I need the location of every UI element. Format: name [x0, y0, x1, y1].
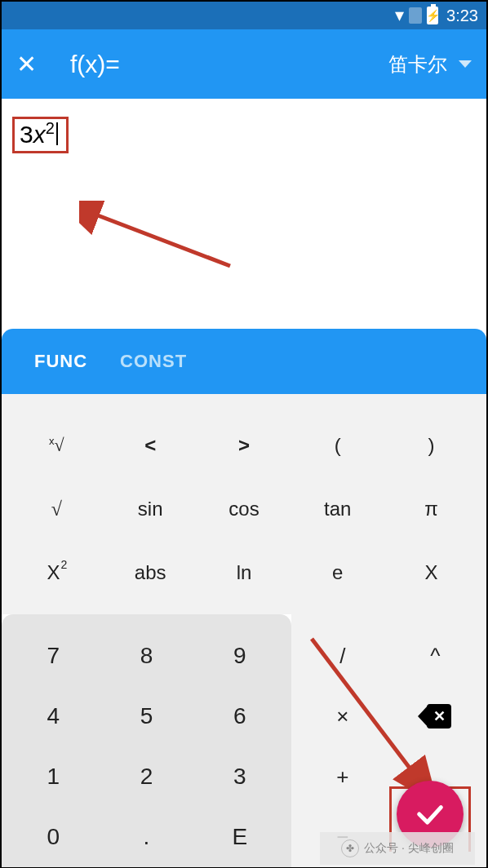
key-x-squared[interactable]: X2: [10, 541, 104, 604]
key-power[interactable]: ^: [389, 626, 482, 686]
watermark-text: 公众号 · 尖峰创圈: [364, 841, 454, 856]
key-1[interactable]: 1: [7, 746, 100, 807]
key-divide[interactable]: /: [296, 626, 389, 686]
key-3[interactable]: 3: [193, 746, 286, 807]
key-plus[interactable]: +: [296, 746, 389, 807]
expression-exponent: 2: [46, 119, 55, 137]
key-nth-root[interactable]: x√: [10, 414, 104, 477]
key-exponent-e[interactable]: E: [193, 807, 286, 867]
key-8[interactable]: 8: [100, 626, 193, 686]
function-keypad: x√ < > ( ) √ sin cos tan π X2 abs ln e X: [2, 394, 486, 614]
key-0[interactable]: 0: [7, 807, 100, 867]
coordinate-system-dropdown[interactable]: 笛卡尔: [388, 51, 472, 78]
keypad-tabs: FUNC CONST: [2, 329, 486, 394]
key-right-angle[interactable]: >: [197, 414, 291, 477]
key-variable-x[interactable]: X: [384, 541, 478, 604]
tab-func[interactable]: FUNC: [34, 351, 87, 372]
key-close-paren[interactable]: ): [384, 414, 478, 477]
app-header: ✕ f(x)= 笛卡尔: [2, 29, 486, 99]
annotation-arrow-1: [79, 201, 234, 274]
key-cos[interactable]: cos: [197, 477, 291, 541]
text-cursor: [56, 122, 58, 145]
expression-canvas[interactable]: 3x2: [2, 99, 486, 329]
expression-variable: x: [33, 121, 46, 148]
status-bar: ▾ ⚡ 3:23: [2, 2, 486, 29]
sim-icon: [409, 7, 422, 24]
key-6[interactable]: 6: [193, 686, 286, 746]
key-left-angle[interactable]: <: [104, 414, 197, 477]
key-4[interactable]: 4: [7, 686, 100, 746]
wifi-icon: ▾: [395, 5, 404, 26]
status-time: 3:23: [446, 7, 478, 25]
key-9[interactable]: 9: [193, 626, 286, 686]
key-e[interactable]: e: [291, 541, 384, 604]
key-2[interactable]: 2: [100, 746, 193, 807]
chevron-down-icon: [459, 60, 472, 68]
close-button[interactable]: ✕: [16, 50, 49, 78]
tab-const[interactable]: CONST: [120, 351, 187, 372]
key-tan[interactable]: tan: [291, 477, 384, 541]
key-sqrt[interactable]: √: [10, 477, 104, 541]
key-open-paren[interactable]: (: [291, 414, 384, 477]
key-abs[interactable]: abs: [104, 541, 197, 604]
watermark: ✤ 公众号 · 尖峰创圈: [320, 832, 475, 865]
battery-icon: ⚡: [427, 7, 438, 24]
check-icon: [414, 798, 446, 830]
key-decimal[interactable]: .: [100, 807, 193, 867]
key-ln[interactable]: ln: [197, 541, 291, 604]
svg-line-0: [91, 213, 230, 266]
backspace-icon: ✕: [419, 704, 451, 728]
wechat-icon: ✤: [341, 839, 359, 857]
key-sin[interactable]: sin: [104, 477, 197, 541]
expression-coefficient: 3: [20, 121, 33, 148]
expression-highlight-box: 3x2: [12, 117, 69, 153]
fx-label: f(x)=: [70, 51, 120, 78]
dropdown-label: 笛卡尔: [388, 51, 447, 78]
key-pi[interactable]: π: [384, 477, 478, 541]
key-backspace[interactable]: ✕: [389, 686, 482, 746]
key-multiply[interactable]: ×: [296, 686, 389, 746]
key-7[interactable]: 7: [7, 626, 100, 686]
key-5[interactable]: 5: [100, 686, 193, 746]
number-pad: 7 8 9 4 5 6 1 2 3 0 . E: [2, 614, 291, 867]
